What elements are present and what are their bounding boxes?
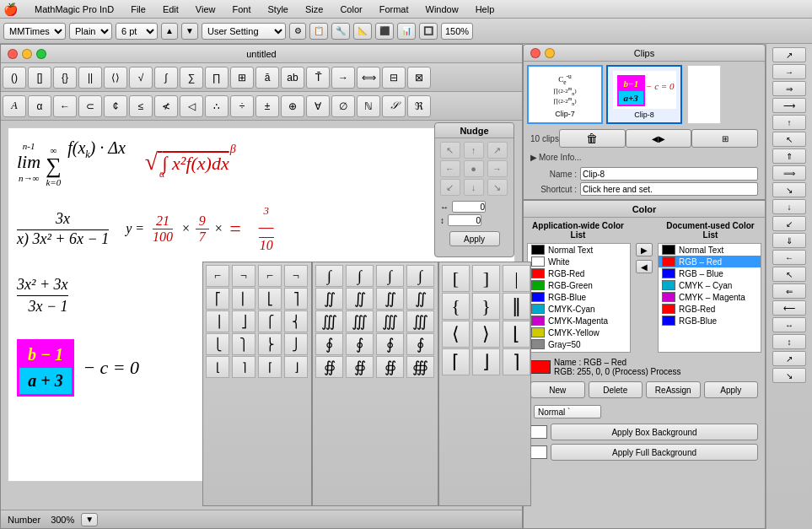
bracket2-16[interactable]: ∮ (406, 333, 434, 355)
size-stepper-up[interactable]: ▲ (161, 23, 178, 40)
sym-cent[interactable]: ¢ (104, 95, 127, 117)
app-color-normal-text[interactable]: Normal Text (528, 244, 630, 256)
sym-text[interactable]: ab (281, 67, 304, 89)
clips-icon2-btn[interactable]: ⊞ (691, 129, 758, 148)
bracket-19[interactable]: ⌈ (258, 356, 282, 378)
app-color-cmyk-magenta[interactable]: CMYK-Magenta (528, 315, 630, 327)
bracket2-13[interactable]: ∮ (315, 333, 343, 355)
bracket2-1[interactable]: ∫ (315, 265, 343, 287)
nudge-s[interactable]: ↓ (464, 179, 484, 196)
sym-nle[interactable]: ≮ (154, 95, 178, 117)
arrow-vert[interactable]: ↕ (772, 334, 806, 349)
bracket3-3[interactable]: | (503, 265, 530, 292)
sym-matrix[interactable]: ⊞ (230, 67, 254, 89)
sym-left-arrow[interactable]: ← (53, 95, 77, 117)
sym-alpha[interactable]: α (28, 95, 51, 117)
bracket3-4[interactable]: { (442, 293, 470, 320)
sym-oplus[interactable]: ⊕ (281, 95, 304, 117)
menu-font[interactable]: Font (229, 4, 255, 14)
menu-style[interactable]: Style (265, 4, 292, 14)
sym-plus-minus[interactable]: ± (255, 95, 279, 117)
toolbar-icon-3[interactable]: 🔧 (331, 23, 350, 40)
sym-prod[interactable]: ∏ (205, 67, 229, 89)
name-input[interactable] (580, 167, 758, 181)
transfer-right-btn[interactable]: ▶ (636, 243, 653, 256)
bracket-4[interactable]: ¬ (284, 265, 308, 287)
arrow-diag2[interactable]: ↘ (772, 368, 806, 383)
arrow-nw[interactable]: ↖ (772, 132, 806, 147)
menu-file[interactable]: File (127, 4, 149, 14)
bracket-12[interactable]: ⎨ (284, 310, 308, 332)
sym-grid2[interactable]: ⊠ (407, 67, 431, 89)
bracket-3[interactable]: ⌐ (258, 265, 282, 287)
nudge-nw[interactable]: ↖ (440, 142, 460, 159)
arrow-double-e[interactable]: ⇒ (772, 81, 806, 96)
toolbar-icon-7[interactable]: 🔲 (419, 23, 438, 40)
bracket2-11[interactable]: ∭ (376, 310, 404, 332)
toolbar-icon-6[interactable]: 📊 (397, 23, 416, 40)
app-color-white[interactable]: White (528, 256, 630, 267)
bracket3-5[interactable]: } (472, 293, 500, 320)
sym-bracket[interactable]: [] (28, 67, 51, 89)
arrow-double-s[interactable]: ⇓ (772, 233, 806, 248)
bracket3-8[interactable]: ⟩ (472, 321, 500, 348)
menu-app[interactable]: MathMagic Pro InD (31, 4, 117, 14)
apply-box-bg-btn[interactable]: Apply Box Background (551, 424, 758, 440)
menu-window[interactable]: Window (422, 4, 462, 14)
doc-color-cmyk-magenta[interactable]: CMYK – Magenta (659, 291, 761, 303)
arrow-w[interactable]: ← (772, 250, 806, 265)
doc-color-list[interactable]: Normal Text RGB – Red RGB – Blue CMYK – … (658, 243, 761, 353)
doc-color-rgb-red2[interactable]: RGB-Red (659, 303, 761, 315)
arrow-s[interactable]: ↓ (772, 199, 806, 214)
bracket-14[interactable]: ⎫ (232, 333, 255, 355)
sym-brace[interactable]: {} (53, 67, 77, 89)
arrow-sw[interactable]: ↙ (772, 216, 806, 231)
clips-min-btn[interactable] (545, 48, 555, 58)
bracket3-2[interactable]: ] (472, 265, 500, 292)
arrow-long-w[interactable]: ⟵ (772, 300, 806, 316)
doc-color-rgb-red[interactable]: RGB – Red (659, 256, 761, 267)
bracket-20[interactable]: ⌋ (284, 356, 308, 378)
doc-color-cmyk-cyan[interactable]: CMYK – Cyan (659, 279, 761, 291)
sym-paren[interactable]: () (3, 67, 26, 89)
clip-8-item[interactable]: b−1 a+3 − c = 0 Clip-8 (606, 65, 682, 124)
app-color-gray50[interactable]: Gray=50 (528, 338, 630, 350)
bracket3-12[interactable]: ⌉ (503, 348, 530, 375)
clips-close-btn[interactable] (530, 48, 540, 58)
bracket-9[interactable]: ⎥ (206, 310, 229, 332)
doc-color-rgb-blue[interactable]: RGB – Blue (659, 267, 761, 279)
delete-color-btn[interactable]: Delete (589, 381, 643, 398)
arrow-diag1[interactable]: ↗ (772, 351, 806, 366)
arrow-ne[interactable]: ↗ (772, 47, 806, 62)
bracket2-17[interactable]: ∯ (315, 356, 343, 378)
bracket-16[interactable]: ⎭ (284, 333, 308, 355)
bracket-2[interactable]: ¬ (232, 265, 255, 287)
bracket-6[interactable]: ⎢ (232, 288, 255, 310)
toolbar-icon-5[interactable]: ⬛ (375, 23, 394, 40)
minimize-button[interactable] (22, 49, 32, 59)
bracket2-20[interactable]: ∰ (406, 356, 434, 378)
sym-angle[interactable]: ⟨⟩ (104, 67, 127, 89)
menu-color[interactable]: Color (336, 4, 365, 14)
toolbar-icon-2[interactable]: 📋 (309, 23, 328, 40)
sym-over[interactable]: ā (255, 67, 279, 89)
more-info-toggle[interactable]: ▶ More Info... (527, 153, 761, 162)
bracket-10[interactable]: ⎦ (232, 310, 255, 332)
clips-delete-btn[interactable]: 🗑 (559, 129, 626, 148)
bracket2-5[interactable]: ∬ (315, 288, 343, 310)
menu-format[interactable]: Format (376, 4, 412, 14)
bracket2-7[interactable]: ∬ (376, 288, 404, 310)
apple-menu[interactable]: 🍎 (3, 3, 18, 16)
normal-dropdown[interactable]: Normal ` (534, 405, 601, 418)
sym-forall[interactable]: ∀ (306, 95, 330, 117)
arrow-double-n[interactable]: ⇑ (772, 148, 806, 164)
app-color-cmyk-cyan[interactable]: CMYK-Cyan (528, 303, 630, 315)
bracket2-2[interactable]: ∫ (346, 265, 374, 287)
bracket-7[interactable]: ⎣ (258, 288, 282, 310)
bracket2-3[interactable]: ∫ (376, 265, 404, 287)
bracket2-14[interactable]: ∮ (346, 333, 374, 355)
nudge-e[interactable]: → (487, 160, 508, 177)
sym-sqrt[interactable]: √ (129, 67, 153, 89)
nudge-center[interactable]: ● (464, 160, 484, 177)
bracket-1[interactable]: ⌐ (206, 265, 229, 287)
